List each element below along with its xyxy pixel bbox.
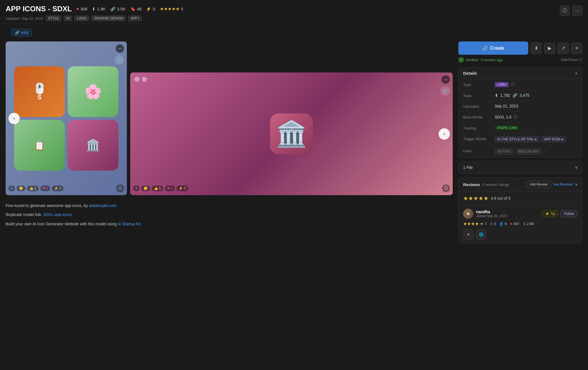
favorite-button[interactable]: ♥	[571, 43, 582, 54]
details-chevron-icon[interactable]: ∧	[575, 71, 578, 75]
training-label: Training	[463, 125, 491, 130]
person-icon: 👤	[499, 222, 503, 226]
type-label: Type	[463, 82, 491, 87]
ai-startup-kit-link[interactable]: AI Startup Kit	[118, 222, 141, 226]
tag-logo[interactable]: LOGO	[74, 16, 89, 21]
training-steps-badge: STEPS: 1,000	[495, 125, 519, 130]
tag-style[interactable]: STYLE	[46, 16, 61, 21]
info-button[interactable]: ⓘ	[560, 6, 570, 16]
stats-link-icon: 🔗	[512, 93, 517, 98]
trigger-badge-2[interactable]: APP ICON ⧉	[541, 136, 566, 142]
primary-thumbs-btn[interactable]: 👍 1	[27, 186, 39, 191]
verified-time-link[interactable]: 5 months ago	[481, 58, 503, 62]
download-model-button[interactable]: ⬇	[530, 43, 542, 54]
version-badge[interactable]: 🔗 v1.0	[11, 29, 32, 36]
create-button[interactable]: 🔗 Create	[458, 41, 528, 55]
left-panel: 🖱️ S 🌸 📋	[6, 41, 458, 246]
tag-graphic-design[interactable]: GRAPHIC DESIGN	[91, 16, 126, 21]
energy-icon: ⚡	[545, 212, 549, 216]
secondary-info-btn[interactable]: ⓘ	[442, 184, 450, 192]
reviews-section: Reviews 5 version ratings Add Review See…	[458, 177, 582, 243]
secondary-heart-btn[interactable]: ❤ 1	[165, 186, 175, 191]
page-header: APP ICONS - SDXL ♥ 308 ⬇ 1.8K 🔗 3.5K 🔖 4…	[0, 0, 588, 24]
rating-value: 4.8 out of 5	[491, 196, 510, 201]
training-row: Training STEPS: 1,000	[459, 123, 582, 133]
rating-stars: ★★★★★	[463, 195, 488, 202]
copy-icon-2: ⧉	[561, 138, 563, 141]
secondary-thumbs-btn[interactable]: 👍 1	[152, 186, 163, 191]
tag-app-i[interactable]: APP I	[128, 16, 142, 21]
primary-more-options[interactable]: ⋯	[116, 44, 124, 53]
reviews-chevron-icon[interactable]: ∨	[575, 182, 578, 186]
secondary-image-card: 🏛️ ⋯ 🔗 ›	[130, 72, 453, 195]
secondary-energy-btn[interactable]: ⚡ 0	[176, 186, 188, 191]
reviewer-name: nandha	[476, 210, 539, 214]
primary-heart-btn[interactable]: ❤ 1	[40, 186, 50, 191]
reviewer-stats: ★★★★ ★ 7 ⬆ 2 👤 9 ♥	[463, 221, 578, 226]
next-image-button[interactable]: ›	[439, 128, 450, 140]
rating-row: ★★★★★ 4.8 out of 5	[459, 191, 582, 205]
reviews-title: Reviews	[463, 182, 480, 187]
trigger-label: Trigger Words	[463, 136, 491, 141]
play-button[interactable]: ▶	[544, 43, 555, 54]
follow-button[interactable]: Follow	[560, 210, 578, 217]
x-social-button[interactable]: ✕	[463, 229, 473, 239]
base-model-info-icon[interactable]: ⓘ	[514, 114, 518, 120]
hash-autov2: AUTOV2	[495, 148, 513, 155]
base-model-value: SDXL 1.0	[495, 115, 511, 119]
reviewer-joined: Joined Sep 20, 2023	[476, 214, 539, 218]
globe-social-button[interactable]: 🌐	[476, 229, 486, 239]
share-button[interactable]: ↗	[558, 43, 569, 54]
primary-add-reaction[interactable]: +	[8, 186, 15, 191]
reviewer-actions: ⚡ Tip Follow	[542, 210, 578, 217]
create-icon: 🔗	[482, 45, 488, 51]
hash-row: Hash AUTOV2 B631C8C45A ›	[459, 146, 582, 157]
main-content: 🖱️ S 🌸 📋	[0, 41, 588, 246]
hash-expand-icon[interactable]: ›	[543, 149, 545, 154]
more-options-button[interactable]: ⋯	[572, 6, 582, 16]
heart-icon: ♥	[76, 6, 79, 11]
file-header: 1 File ∨	[459, 161, 582, 174]
downloads-stat: ⬇ 1.8K	[92, 6, 106, 12]
app-icon-mouse: 🖱️ S	[14, 66, 65, 117]
primary-reactions: + 😊 👍 1 ❤ 1 ⚡ 0	[8, 186, 63, 191]
secondary-more-options[interactable]: ⋯	[441, 75, 450, 84]
stats-row: Stats ⬇ 1,782 🔗 3,475	[459, 90, 582, 101]
see-reviews-link[interactable]: See Reviews	[553, 182, 573, 186]
desc-line3-text: Build your own AI Icon Generator Website…	[6, 222, 118, 226]
reviewer-card: N nandha Joined Sep 20, 2023 ⚡ Tip Follo…	[459, 205, 582, 243]
primary-info-btn[interactable]: ⓘ	[116, 184, 124, 192]
prev-image-button[interactable]: ‹	[8, 113, 20, 124]
version-ratings: 5 version ratings	[482, 182, 509, 187]
secondary-emoji-btn[interactable]: 😊	[141, 186, 150, 191]
bookmarks-stat: 🔖 46	[130, 6, 142, 12]
reviewer-avatar: N	[463, 209, 473, 219]
description: Fine-tuned to generate awesome app icons…	[6, 200, 453, 233]
hash-value: B631C8C45A	[516, 148, 541, 155]
header-actions: ⓘ ⋯	[560, 6, 582, 16]
type-info-icon[interactable]: ⓘ	[511, 82, 515, 87]
tag-ui[interactable]: UI	[64, 16, 72, 21]
aistartupkit-link[interactable]: aistartupkit.com	[89, 203, 117, 208]
secondary-link-btn[interactable]: 🔗	[440, 86, 450, 96]
add-review-button[interactable]: Add Review	[527, 181, 551, 188]
primary-emoji-btn[interactable]: 😊	[17, 186, 25, 191]
file-section: 1 File ∨	[458, 161, 582, 174]
download-icon: ⬇	[92, 6, 96, 12]
file-chevron-icon[interactable]: ∨	[575, 166, 578, 169]
trigger-badge-1[interactable]: IN THE STYLE OF TOK ⧉	[495, 136, 539, 142]
verified-icon: ✓	[458, 57, 464, 63]
desc-line2-text: Replicate model link:	[6, 212, 43, 217]
primary-energy-btn[interactable]: ⚡ 0	[52, 186, 63, 191]
tip-button[interactable]: ⚡ Tip	[542, 210, 558, 217]
reviewer-uploads-stat: ⬆ 2	[490, 222, 496, 226]
stats-label: Stats	[463, 93, 491, 98]
secondary-add-reaction[interactable]: +	[133, 186, 140, 191]
verified-badge: ✓ Verified: 5 months ago	[458, 57, 503, 63]
primary-image-card: 🖱️ S 🌸 📋	[6, 41, 127, 195]
primary-link-btn[interactable]: 🔗	[114, 55, 124, 65]
likes-stat: ♥ 308	[76, 6, 87, 11]
uploaded-value: Sep 21, 2023	[495, 104, 518, 108]
secondary-reactions: + 😊 👍 1 ❤ 1 ⚡ 0	[133, 186, 188, 191]
replicate-link[interactable]: SDXL-app-icons	[43, 212, 72, 217]
